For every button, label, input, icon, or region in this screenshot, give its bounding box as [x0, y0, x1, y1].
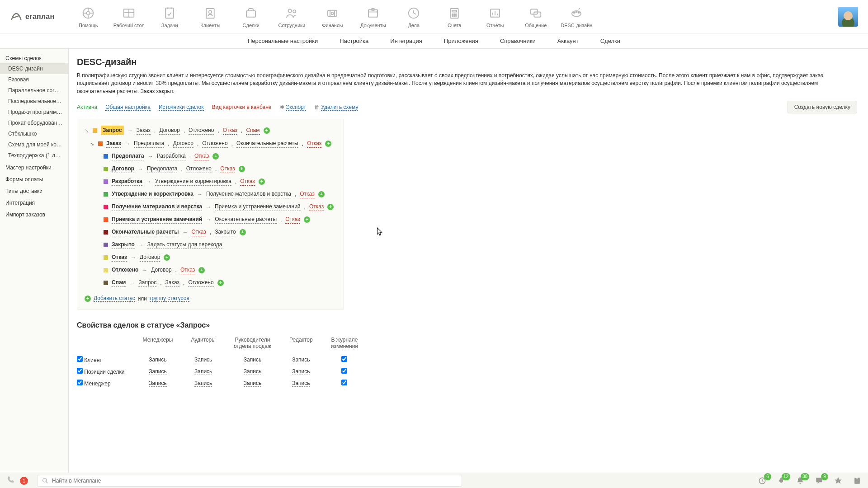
topnav-item-1[interactable]: Рабочий стол [113, 5, 145, 28]
topnav-item-6[interactable]: Финансы [316, 5, 348, 28]
chat-icon[interactable]: 9 [815, 476, 824, 485]
transition-link[interactable]: Утверждение и корректировка [155, 177, 231, 186]
search-wrap[interactable] [37, 475, 462, 487]
transition-link[interactable]: Предоплата [134, 139, 164, 148]
tab-sources[interactable]: Источники сделок [159, 104, 204, 111]
transition-link[interactable]: Спам [246, 126, 259, 135]
subnav-item-5[interactable]: Аккаунт [557, 38, 579, 44]
star-icon[interactable] [834, 476, 843, 485]
sidebar-item[interactable]: Типы доставки [0, 184, 68, 196]
transition-link[interactable]: Отложено [189, 126, 214, 135]
add-transition-icon[interactable]: + [239, 166, 245, 172]
prop-row-checkbox[interactable] [77, 356, 83, 362]
add-transition-icon[interactable]: + [259, 178, 265, 185]
access-cell[interactable]: Запись [194, 357, 212, 363]
phone-icon[interactable] [6, 476, 14, 485]
add-transition-icon[interactable]: + [304, 216, 310, 223]
add-status-plus-icon[interactable]: + [85, 296, 91, 302]
status-name[interactable]: Окончательные расчеты [112, 228, 179, 236]
sidebar-item[interactable]: Мастер настройки [0, 161, 68, 173]
subnav-item-2[interactable]: Интеграция [390, 38, 422, 44]
status-name[interactable]: Отложено [112, 266, 138, 274]
add-transition-icon[interactable]: + [240, 229, 246, 235]
add-transition-icon[interactable]: + [327, 204, 334, 210]
create-deal-button[interactable]: Создать новую сделку [788, 101, 857, 113]
add-transition-icon[interactable]: + [212, 153, 219, 160]
transition-link[interactable]: Закрыто [215, 228, 236, 236]
sidebar-scheme-item[interactable]: Стёклышко [0, 128, 68, 139]
transition-link[interactable]: Отложено [186, 164, 212, 173]
add-status-group-link[interactable]: группу статусов [150, 295, 189, 302]
prop-row-checkbox[interactable] [77, 368, 83, 374]
fire-icon[interactable]: 12 [777, 476, 786, 485]
status-name[interactable]: Разработка [112, 177, 142, 186]
access-cell[interactable]: Запись [149, 380, 166, 387]
tab-general[interactable]: Общая настройка [105, 104, 151, 111]
access-cell[interactable]: Запись [292, 380, 310, 387]
sidebar-scheme-item[interactable]: Продажи программного обес... [0, 107, 68, 117]
search-input[interactable] [52, 478, 457, 484]
bell-icon[interactable]: 30 [796, 476, 805, 485]
access-cell[interactable]: Запись [244, 368, 261, 375]
clipboard-icon[interactable] [853, 476, 862, 485]
add-transition-icon[interactable]: + [325, 141, 331, 147]
topnav-item-2[interactable]: Задачи [154, 5, 185, 28]
access-cell[interactable]: Запись [194, 380, 212, 387]
status-name[interactable]: Получение материалов и верстка [112, 202, 202, 211]
transition-link[interactable]: Приемка и устранение замечаний [215, 202, 301, 211]
topnav-item-7[interactable]: Документы [357, 5, 389, 28]
set-transition-link[interactable]: Задать статусы для перехода [147, 240, 222, 249]
status-name[interactable]: Спам [112, 278, 126, 287]
logo[interactable]: егаплан [10, 10, 54, 23]
transition-link[interactable]: Отложено [188, 278, 213, 287]
add-transition-icon[interactable]: + [198, 267, 205, 273]
add-transition-icon[interactable]: + [264, 127, 270, 134]
status-name[interactable]: Предоплата [112, 152, 144, 160]
log-checkbox[interactable] [341, 368, 347, 374]
add-status-link[interactable]: Добавить статус [94, 295, 135, 302]
sidebar-scheme-item[interactable]: Прокат оборудования [0, 117, 68, 128]
expand-icon[interactable]: ↘ [85, 127, 89, 135]
access-cell[interactable]: Запись [149, 368, 166, 375]
topnav-item-3[interactable]: Клиенты [194, 5, 226, 28]
subnav-item-4[interactable]: Справочники [500, 38, 536, 44]
sidebar-scheme-item[interactable]: DESC-дизайн [0, 63, 68, 74]
transition-link[interactable]: Отказ [180, 266, 195, 274]
transition-link[interactable]: Получение материалов и верстка [206, 190, 291, 198]
topnav-item-4[interactable]: Сделки [235, 5, 267, 28]
transition-link[interactable]: Отказ [240, 177, 255, 186]
topnav-item-9[interactable]: Счета [439, 5, 470, 28]
access-cell[interactable]: Запись [292, 368, 310, 375]
sidebar-scheme-item[interactable]: Схема для моей компании [0, 139, 68, 150]
status-name[interactable]: Приемка и устранение замечаний [112, 215, 202, 224]
transition-link[interactable]: Разработка [157, 152, 186, 160]
clock-icon[interactable]: 6 [758, 476, 767, 485]
add-transition-icon[interactable]: + [217, 280, 224, 286]
topnav-item-10[interactable]: Отчёты [479, 5, 511, 28]
status-name[interactable]: Запрос [101, 126, 124, 135]
access-cell[interactable]: Запись [149, 357, 166, 363]
status-name[interactable]: Утверждение и корректировка [112, 190, 193, 198]
access-cell[interactable]: Запись [292, 357, 310, 363]
sidebar-scheme-item[interactable]: Последовательное согласов... [0, 96, 68, 107]
transition-link[interactable]: Окончательные расчеты [236, 139, 298, 148]
transition-link[interactable]: Отказ [194, 152, 209, 160]
log-checkbox[interactable] [341, 380, 347, 385]
subnav-item-1[interactable]: Настройка [340, 38, 368, 44]
prop-row-checkbox[interactable] [77, 380, 83, 385]
tab-active[interactable]: Активна [77, 104, 97, 110]
transition-link[interactable]: Договор [140, 253, 160, 262]
transition-link[interactable]: Отказ [191, 228, 206, 236]
status-name[interactable]: Договор [112, 164, 134, 173]
transition-link[interactable]: Отказ [285, 215, 300, 224]
sidebar-item[interactable]: Интеграция [0, 196, 68, 208]
transition-link[interactable]: Заказ [165, 278, 179, 287]
topnav-item-12[interactable]: DESC-дизайн [561, 5, 592, 28]
topnav-item-11[interactable]: Общение [520, 5, 552, 28]
transition-link[interactable]: Окончательные расчеты [215, 215, 277, 224]
log-checkbox[interactable] [341, 356, 347, 362]
topnav-item-5[interactable]: Сотрудники [276, 5, 307, 28]
transition-link[interactable]: Отказ [223, 126, 237, 135]
transition-link[interactable]: Отказ [220, 164, 235, 173]
transition-link[interactable]: Предоплата [147, 164, 177, 173]
